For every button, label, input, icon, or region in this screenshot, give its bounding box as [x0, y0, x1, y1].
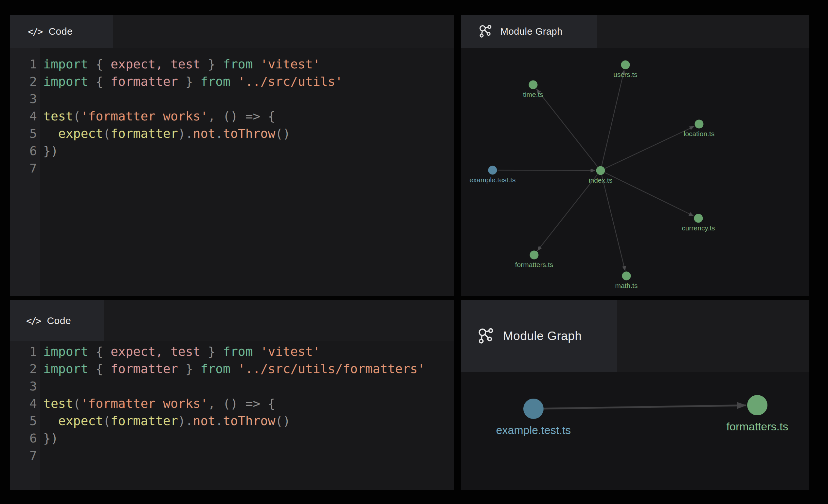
module-graph-icon	[476, 327, 495, 345]
graph-node-time.ts[interactable]	[529, 81, 538, 89]
edge-example.test.ts-to-formatters.ts	[544, 406, 746, 409]
line-number: 2	[10, 73, 40, 90]
line-number: 3	[10, 378, 40, 395]
graph-node-label-math.ts: math.ts	[615, 282, 638, 289]
code-line: 5 expect(formatter).not.toThrow()	[10, 412, 454, 430]
tab-code-top[interactable]: </> Code	[10, 15, 113, 48]
graph-node-currency.ts[interactable]	[694, 214, 703, 223]
edge-index.ts-to-users.ts	[602, 70, 624, 166]
module-graph-top-header: Module Graph	[461, 15, 809, 48]
graph-node-label-users.ts: users.ts	[613, 71, 637, 78]
line-number: 7	[10, 447, 40, 464]
line-number: 2	[10, 360, 40, 378]
code-editor-bottom: 1import { expect, test } from 'vitest'2i…	[10, 341, 454, 490]
code-panel-bottom: </> Code 1import { expect, test } from '…	[10, 300, 454, 490]
module-graph-panel-top: Module Graph example.test.tsindex.tsuser…	[461, 15, 809, 296]
graph-node-example.test.ts[interactable]	[523, 398, 544, 419]
code-line: 5 expect(formatter).not.toThrow()	[10, 125, 454, 142]
code-line: 7	[10, 447, 454, 464]
code-icon: </>	[26, 315, 40, 327]
code-line: 2import { formatter } from '../src/utils…	[10, 360, 454, 378]
code-panel-bottom-header: </> Code	[10, 300, 454, 341]
edge-example.test.ts-to-index.ts	[497, 170, 595, 170]
screenshot-root: </> Code 1import { expect, test } from '…	[0, 0, 828, 504]
edge-index.ts-to-currency.ts	[605, 173, 694, 216]
line-number: 6	[10, 430, 40, 447]
graph-node-label-example.test.ts: example.test.ts	[469, 176, 515, 183]
module-graph-canvas-top[interactable]: example.test.tsindex.tsusers.tstime.tslo…	[461, 48, 809, 296]
line-number: 5	[10, 125, 40, 142]
code-line: 6})	[10, 142, 454, 160]
graph-node-label-index.ts: index.ts	[589, 176, 612, 184]
graph-node-location.ts[interactable]	[695, 120, 704, 129]
line-number: 5	[10, 412, 40, 430]
graph-node-label-location.ts: location.ts	[684, 130, 715, 137]
tab-code-bottom-label: Code	[47, 315, 71, 326]
code-line: 4test('formatter works', () => {	[10, 395, 454, 412]
line-number: 1	[10, 56, 40, 73]
graph-node-label-formatters.ts: formatters.ts	[727, 420, 788, 433]
code-line: 3	[10, 378, 454, 395]
code-icon: </>	[28, 26, 42, 37]
graph-node-formatters.ts[interactable]	[530, 251, 539, 259]
line-number: 6	[10, 142, 40, 160]
line-number: 4	[10, 108, 40, 125]
code-editor-top: 1import { expect, test } from 'vitest'2i…	[10, 48, 454, 296]
code-line: 4test('formatter works', () => {	[10, 108, 454, 125]
tab-module-graph-bottom-label: Module Graph	[503, 329, 582, 343]
code-line: 7	[10, 160, 454, 177]
graph-node-index.ts[interactable]	[596, 166, 605, 175]
code-lines-bottom: 1import { expect, test } from 'vitest'2i…	[10, 343, 454, 464]
code-panel-top: </> Code 1import { expect, test } from '…	[10, 15, 454, 296]
line-number: 7	[10, 160, 40, 177]
code-line: 6})	[10, 430, 454, 447]
graph-node-example.test.ts[interactable]	[488, 166, 497, 175]
line-number: 4	[10, 395, 40, 412]
module-graph-canvas-bottom[interactable]: example.test.tsformatters.ts	[461, 372, 809, 490]
edge-index.ts-to-time.ts	[536, 89, 597, 167]
module-graph-bottom-header: Module Graph	[461, 300, 809, 372]
code-line: 2import { formatter } from '../src/utils…	[10, 73, 454, 90]
graph-node-formatters.ts[interactable]	[747, 395, 768, 415]
code-panel-top-header: </> Code	[10, 15, 454, 48]
edge-index.ts-to-location.ts	[605, 126, 694, 168]
graph-node-users.ts[interactable]	[621, 60, 630, 69]
tab-module-graph-top[interactable]: Module Graph	[461, 15, 597, 48]
tab-code-top-label: Code	[48, 26, 73, 37]
line-number: 1	[10, 343, 40, 360]
graph-node-label-formatters.ts: formatters.ts	[515, 261, 553, 268]
module-graph-icon	[478, 24, 493, 39]
module-graph-panel-bottom: Module Graph example.test.tsformatters.t…	[461, 300, 809, 490]
code-line: 3	[10, 90, 454, 108]
code-lines-top: 1import { expect, test } from 'vitest'2i…	[10, 56, 454, 177]
code-line: 1import { expect, test } from 'vitest'	[10, 343, 454, 360]
code-line: 1import { expect, test } from 'vitest'	[10, 56, 454, 73]
tab-module-graph-top-label: Module Graph	[500, 26, 563, 37]
tab-code-bottom[interactable]: </> Code	[10, 300, 104, 341]
edge-index.ts-to-formatters.ts	[537, 174, 597, 251]
graph-node-label-currency.ts: currency.ts	[682, 224, 715, 232]
tab-module-graph-bottom[interactable]: Module Graph	[461, 300, 617, 372]
graph-node-math.ts[interactable]	[622, 271, 631, 281]
graph-node-label-example.test.ts: example.test.ts	[496, 424, 571, 436]
line-number: 3	[10, 90, 40, 108]
graph-node-label-time.ts: time.ts	[523, 91, 543, 98]
edge-index.ts-to-math.ts	[602, 175, 625, 271]
